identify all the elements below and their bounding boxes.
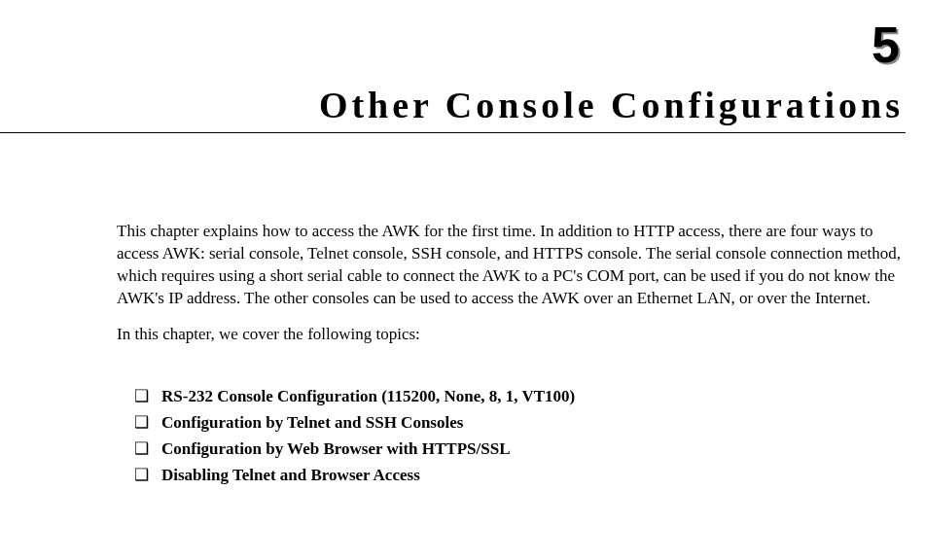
topics-intro: In this chapter, we cover the following … (117, 324, 906, 346)
title-divider (0, 132, 906, 133)
topic-item: RS-232 Console Configuration (115200, No… (134, 383, 906, 409)
intro-paragraph: This chapter explains how to access the … (117, 221, 906, 310)
page-content: 5 Other Console Configurations This chap… (0, 0, 925, 508)
chapter-number: 5 (117, 19, 906, 70)
topic-item: Configuration by Telnet and SSH Consoles (134, 409, 906, 436)
topics-list: RS-232 Console Configuration (115200, No… (117, 383, 906, 489)
topic-item: Disabling Telnet and Browser Access (134, 462, 906, 488)
chapter-title: Other Console Configurations (117, 84, 906, 132)
topic-item: Configuration by Web Browser with HTTPS/… (134, 436, 906, 462)
